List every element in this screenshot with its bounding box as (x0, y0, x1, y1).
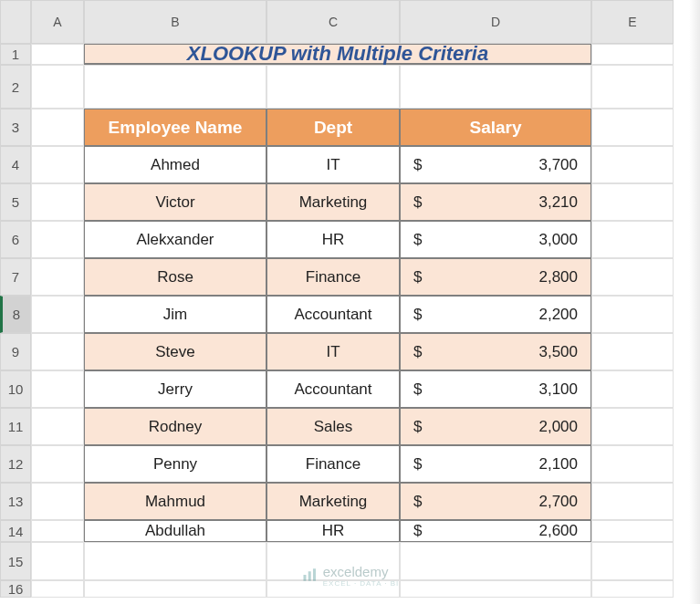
cell[interactable] (400, 65, 591, 109)
table-cell-dept[interactable]: Finance (266, 445, 400, 483)
col-header-a[interactable]: A (31, 0, 84, 44)
cell[interactable] (31, 44, 84, 65)
cell[interactable] (31, 408, 84, 445)
table-cell-name[interactable]: Rodney (84, 408, 266, 445)
cell[interactable] (591, 483, 674, 520)
table-cell-dept[interactable]: Marketing (266, 183, 400, 221)
row-header-3[interactable]: 3 (0, 109, 31, 146)
cell[interactable] (31, 296, 84, 333)
table-cell-salary[interactable]: $3,210 (400, 183, 591, 221)
col-header-b[interactable]: B (84, 0, 266, 44)
cell[interactable] (84, 65, 266, 109)
row-header-7[interactable]: 7 (0, 258, 31, 296)
cell[interactable] (591, 520, 674, 542)
col-header-e[interactable]: E (591, 0, 674, 44)
cell[interactable] (31, 221, 84, 258)
cell[interactable] (591, 580, 674, 598)
row-header-1[interactable]: 1 (0, 44, 31, 65)
cell[interactable] (31, 520, 84, 542)
table-cell-name[interactable]: Jerry (84, 370, 266, 408)
cell[interactable] (31, 370, 84, 408)
cell[interactable] (591, 109, 674, 146)
salary-value: 3,500 (538, 343, 578, 361)
cell[interactable] (84, 580, 266, 598)
table-header-salary[interactable]: Salary (400, 109, 591, 146)
table-cell-name[interactable]: Alekxander (84, 221, 266, 258)
row-header-9[interactable]: 9 (0, 333, 31, 370)
cell[interactable] (591, 445, 674, 483)
row-header-16[interactable]: 16 (0, 580, 31, 598)
cell[interactable] (31, 183, 84, 221)
row-header-11[interactable]: 11 (0, 408, 31, 445)
table-cell-dept[interactable]: IT (266, 146, 400, 183)
cell[interactable] (591, 296, 674, 333)
table-header-dept[interactable]: Dept (266, 109, 400, 146)
row-header-4[interactable]: 4 (0, 146, 31, 183)
col-header-d[interactable]: D (400, 0, 591, 44)
cell[interactable] (31, 109, 84, 146)
table-cell-salary[interactable]: $2,100 (400, 445, 591, 483)
page-title[interactable]: XLOOKUP with Multiple Criteria (84, 44, 591, 65)
cell[interactable] (31, 483, 84, 520)
row-header-6[interactable]: 6 (0, 221, 31, 258)
row-header-5[interactable]: 5 (0, 183, 31, 221)
table-cell-dept[interactable]: Accountant (266, 370, 400, 408)
cell[interactable] (591, 44, 674, 65)
table-cell-salary[interactable]: $2,200 (400, 296, 591, 333)
table-cell-salary[interactable]: $2,700 (400, 483, 591, 520)
table-cell-name[interactable]: Penny (84, 445, 266, 483)
cell[interactable] (591, 542, 674, 580)
cell[interactable] (31, 258, 84, 296)
table-cell-salary[interactable]: $2,600 (400, 520, 591, 542)
table-cell-name[interactable]: Rose (84, 258, 266, 296)
cell[interactable] (31, 333, 84, 370)
cell[interactable] (31, 146, 84, 183)
table-cell-salary[interactable]: $2,000 (400, 408, 591, 445)
row-header-12[interactable]: 12 (0, 445, 31, 483)
row-header-13[interactable]: 13 (0, 483, 31, 520)
table-header-name[interactable]: Employee Name (84, 109, 266, 146)
cell[interactable] (591, 183, 674, 221)
row-header-10[interactable]: 10 (0, 370, 31, 408)
table-cell-name[interactable]: Abdullah (84, 520, 266, 542)
table-cell-salary[interactable]: $2,800 (400, 258, 591, 296)
row-header-8[interactable]: 8 (0, 296, 31, 333)
table-cell-name[interactable]: Jim (84, 296, 266, 333)
table-cell-name[interactable]: Victor (84, 183, 266, 221)
cell[interactable] (591, 258, 674, 296)
cell[interactable] (266, 65, 400, 109)
table-cell-salary[interactable]: $3,100 (400, 370, 591, 408)
cell[interactable] (84, 542, 266, 580)
table-cell-dept[interactable]: HR (266, 221, 400, 258)
table-cell-dept[interactable]: Sales (266, 408, 400, 445)
table-cell-name[interactable]: Ahmed (84, 146, 266, 183)
cell[interactable] (591, 370, 674, 408)
cell[interactable] (591, 146, 674, 183)
table-cell-dept[interactable]: IT (266, 333, 400, 370)
cell[interactable] (591, 65, 674, 109)
table-cell-dept[interactable]: Marketing (266, 483, 400, 520)
row-header-14[interactable]: 14 (0, 520, 31, 542)
table-cell-name[interactable]: Steve (84, 333, 266, 370)
table-cell-dept[interactable]: Accountant (266, 296, 400, 333)
col-header-c[interactable]: C (266, 0, 400, 44)
cell[interactable] (31, 542, 84, 580)
cell[interactable] (31, 445, 84, 483)
cell[interactable] (591, 221, 674, 258)
cell[interactable] (31, 580, 84, 598)
table-cell-salary[interactable]: $3,700 (400, 146, 591, 183)
select-all-corner[interactable] (0, 0, 31, 44)
table-cell-dept[interactable]: HR (266, 520, 400, 542)
cell[interactable] (400, 580, 591, 598)
table-cell-salary[interactable]: $3,500 (400, 333, 591, 370)
table-cell-name[interactable]: Mahmud (84, 483, 266, 520)
cell[interactable] (591, 333, 674, 370)
row-header-2[interactable]: 2 (0, 65, 31, 109)
table-cell-dept[interactable]: Finance (266, 258, 400, 296)
salary-value: 3,210 (538, 193, 578, 212)
row-header-15[interactable]: 15 (0, 542, 31, 580)
cell[interactable] (400, 542, 591, 580)
cell[interactable] (31, 65, 84, 109)
cell[interactable] (591, 408, 674, 445)
table-cell-salary[interactable]: $3,000 (400, 221, 591, 258)
